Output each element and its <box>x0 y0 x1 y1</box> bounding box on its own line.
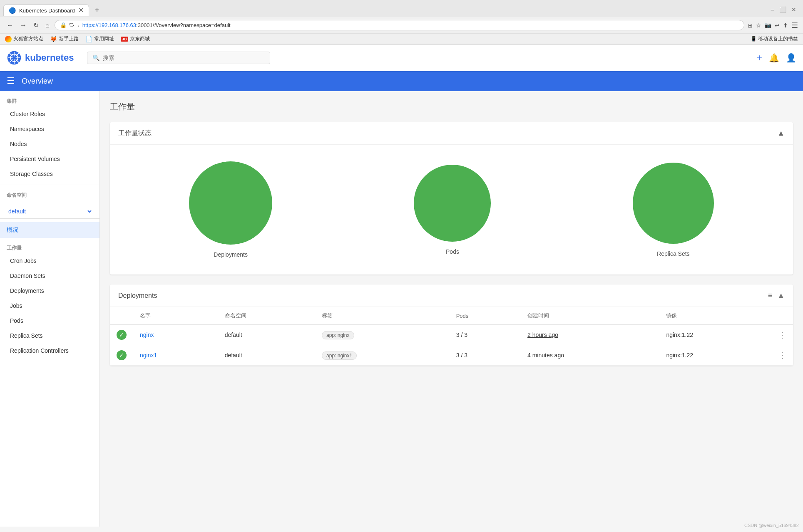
window-minimize[interactable]: ‒ <box>771 6 774 13</box>
row1-actions-cell: ⋮ <box>771 325 793 345</box>
add-resource-button[interactable]: + <box>756 52 762 64</box>
jobs-label: Jobs <box>10 302 22 309</box>
deployments-collapse-btn[interactable]: ▲ <box>777 291 785 300</box>
bookmark-firefox[interactable]: 火狐官方站点 <box>5 35 43 42</box>
row2-tag-badge: app: nginx1 <box>322 351 357 360</box>
account-button[interactable]: 👤 <box>786 53 796 63</box>
persistent-volumes-label: Persistent Volumes <box>10 156 60 162</box>
row1-namespace-cell: default <box>218 325 315 345</box>
url-port-part: :30001 <box>136 22 153 28</box>
col-created: 创建时间 <box>521 307 659 325</box>
replication-controllers-label: Replication Controllers <box>10 347 69 354</box>
sidebar-item-overview[interactable]: 概况 <box>0 222 99 238</box>
cron-jobs-label: Cron Jobs <box>10 257 37 264</box>
table-row: ✓ nginx1 default app: nginx1 <box>110 345 793 366</box>
nav-bar: ← → ↻ ⌂ 🔒 🛡 ⬩ https://192.168.176.63:300… <box>0 17 803 33</box>
notifications-button[interactable]: 🔔 <box>769 53 779 63</box>
row1-name-link[interactable]: nginx <box>140 332 154 338</box>
back-button[interactable]: ← <box>5 20 15 31</box>
row1-pods-cell: 3 / 3 <box>450 325 521 345</box>
deployments-filter-btn[interactable]: ≡ <box>768 291 773 300</box>
sidebar-item-nodes[interactable]: Nodes <box>0 136 99 151</box>
k8s-navbar: ☰ Overview <box>0 71 803 91</box>
row1-name-cell: nginx <box>133 325 218 345</box>
bookmark-star-icon[interactable]: ☆ <box>756 22 761 29</box>
row2-status-icon: ✓ <box>117 350 127 360</box>
pods-circle-label: Pods <box>446 248 459 255</box>
history-icon[interactable]: ↩ <box>775 22 780 29</box>
deployments-title: Deployments <box>118 292 157 299</box>
search-bar[interactable]: 🔍 <box>87 52 270 64</box>
overview-label: 概况 <box>7 226 18 233</box>
forward-button[interactable]: → <box>18 20 28 31</box>
sidebar-item-pods[interactable]: Pods <box>0 313 99 328</box>
namespaces-label: Namespaces <box>10 126 44 132</box>
sidebar-item-deployments[interactable]: Deployments <box>0 283 99 298</box>
row2-labels-cell: app: nginx1 <box>315 345 450 366</box>
hamburger-menu-button[interactable]: ☰ <box>7 76 15 87</box>
browser-toolbar-icons: ⊞ ☆ 📷 ↩ ⬆ ☰ <box>748 21 798 30</box>
bookmark-jd[interactable]: JD 京东商城 <box>121 35 150 42</box>
url-path-part: /#/overview?namespace=default <box>153 22 231 28</box>
col-pods: Pods <box>450 307 521 325</box>
sidebar-item-persistent-volumes[interactable]: Persistent Volumes <box>0 151 99 166</box>
col-actions <box>771 307 793 325</box>
sidebar-item-cron-jobs[interactable]: Cron Jobs <box>0 253 99 268</box>
row1-tag-badge: app: nginx <box>322 331 354 339</box>
page-heading: 工作量 <box>110 101 793 112</box>
menu-icon[interactable]: ☰ <box>791 21 798 30</box>
extensions-icon[interactable]: ⊞ <box>748 22 753 29</box>
row2-namespace-cell: default <box>218 345 315 366</box>
col-namespace: 命名空间 <box>218 307 315 325</box>
header-actions: + 🔔 👤 <box>756 52 796 64</box>
workload-item-replica-sets: Replica Sets <box>633 163 714 257</box>
refresh-button[interactable]: ↻ <box>32 20 40 31</box>
workload-section-title: 工作量 <box>0 238 99 253</box>
url-bar[interactable]: 🔒 🛡 ⬩ https://192.168.176.63:30001/#/ove… <box>55 20 744 30</box>
share-icon[interactable]: ⬆ <box>783 22 788 29</box>
url-text: https://192.168.176.63:30001/#/overview?… <box>82 22 739 28</box>
sidebar-item-storage-classes[interactable]: Storage Classes <box>0 166 99 181</box>
namespace-selector[interactable]: default <box>0 204 99 219</box>
row2-image-cell: nginx:1.22 <box>659 345 771 366</box>
page-title: Overview <box>22 77 53 86</box>
row2-pods: 3 / 3 <box>456 352 467 359</box>
row2-pods-cell: 3 / 3 <box>450 345 521 366</box>
bookmark-common[interactable]: 📄 常用网址 <box>85 35 114 42</box>
watermark: CSDN @weixin_51694382 <box>744 523 799 527</box>
k8s-logo: kubernetes <box>7 50 74 65</box>
browser-chrome: 🔵 Kubernetes Dashboard ✕ + ‒ ⬜ ✕ ← → ↻ ⌂… <box>0 0 803 45</box>
workload-status-collapse-btn[interactable]: ▲ <box>777 129 785 138</box>
row2-name-link[interactable]: nginx1 <box>140 352 157 359</box>
sidebar-item-daemon-sets[interactable]: Daemon Sets <box>0 268 99 283</box>
col-name: 名字 <box>133 307 218 325</box>
workload-status-card-header: 工作量状态 ▲ <box>110 122 793 145</box>
k8s-app: kubernetes 🔍 + 🔔 👤 ☰ Overview 集群 Cluster… <box>0 45 803 527</box>
row2-namespace: default <box>225 352 242 359</box>
sidebar-item-namespaces[interactable]: Namespaces <box>0 121 99 136</box>
bookmark-newuser[interactable]: 🦊 新手上路 <box>50 35 79 42</box>
screenshot-icon[interactable]: 📷 <box>765 22 771 28</box>
new-tab-button[interactable]: + <box>91 3 104 17</box>
deployments-sidebar-label: Deployments <box>10 287 44 294</box>
sidebar-item-jobs[interactable]: Jobs <box>0 298 99 313</box>
row2-menu-button[interactable]: ⋮ <box>778 350 786 360</box>
home-button[interactable]: ⌂ <box>44 20 51 31</box>
window-restore[interactable]: ⬜ <box>779 6 786 13</box>
table-header-row: 名字 命名空间 标签 Pods 创建时间 镜像 <box>110 307 793 325</box>
row1-menu-button[interactable]: ⋮ <box>778 330 786 340</box>
workload-item-deployments: Deployments <box>189 161 272 258</box>
cluster-roles-label: Cluster Roles <box>10 111 45 117</box>
sidebar-item-replica-sets[interactable]: Replica Sets <box>0 328 99 343</box>
search-input[interactable] <box>103 54 265 61</box>
sidebar-item-cluster-roles[interactable]: Cluster Roles <box>0 106 99 121</box>
table-row: ✓ nginx default app: nginx <box>110 325 793 345</box>
deployments-card: Deployments ≡ ▲ 名字 命名空间 标签 Pods <box>110 285 793 366</box>
sidebar-item-replication-controllers[interactable]: Replication Controllers <box>0 343 99 358</box>
window-close[interactable]: ✕ <box>791 6 796 13</box>
namespace-dropdown[interactable]: default <box>7 208 93 215</box>
active-tab[interactable]: 🔵 Kubernetes Dashboard ✕ <box>3 4 89 16</box>
workload-item-pods: Pods <box>414 165 491 255</box>
tab-close-btn[interactable]: ✕ <box>78 7 84 14</box>
tab-title: Kubernetes Dashboard <box>19 7 75 14</box>
